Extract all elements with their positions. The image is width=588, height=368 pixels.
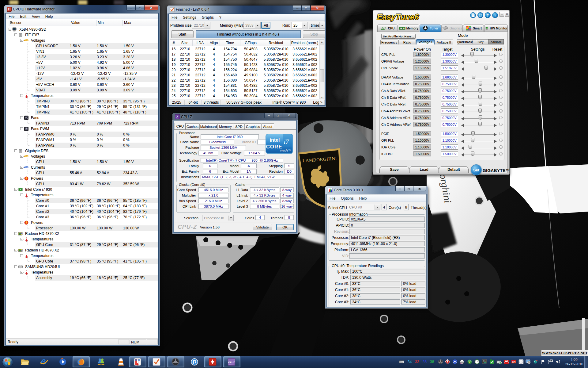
svg-text:intel: intel: [270, 137, 280, 143]
svg-text:Z: Z: [176, 115, 178, 119]
svg-text:CORE: CORE: [266, 144, 282, 150]
svg-text:i7: i7: [284, 138, 289, 145]
svg-text:ATI: ATI: [512, 361, 516, 363]
svg-text:inside™: inside™: [280, 149, 291, 152]
svg-text:G1: G1: [483, 360, 486, 362]
svg-text:CPUZ: CPUZ: [228, 361, 235, 364]
svg-text:EasyTune6: EasyTune6: [377, 12, 419, 21]
